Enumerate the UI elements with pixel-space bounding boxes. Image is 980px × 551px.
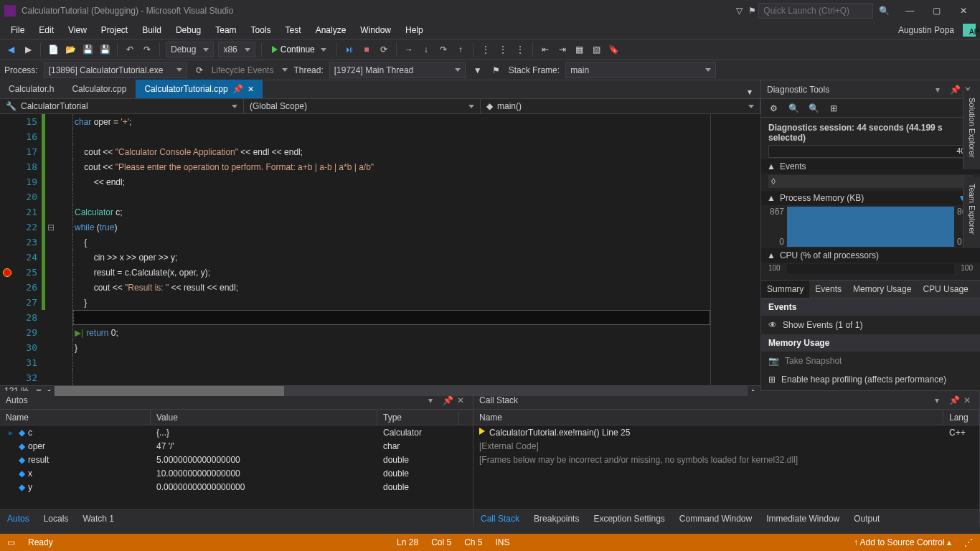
code-editor[interactable]: 15 16 17 18 19 20 21 22 ⊟ 23 24 25 26 27…	[0, 114, 760, 385]
quick-launch[interactable]: 🔍	[758, 3, 890, 19]
save-all-icon[interactable]: 💾	[98, 43, 111, 56]
save-icon[interactable]: 💾	[81, 43, 94, 56]
show-next-stmt-icon[interactable]: →	[402, 43, 415, 56]
status-ch[interactable]: Ch 5	[464, 537, 482, 547]
minimize-button[interactable]: —	[897, 6, 922, 16]
nav-fwd-icon[interactable]: ▶	[22, 43, 34, 56]
autos-tab-autos[interactable]: Autos	[0, 511, 37, 527]
restart-icon[interactable]: ⟳	[377, 43, 390, 56]
code-line[interactable]: }	[72, 340, 710, 355]
notifications-icon[interactable]: ▽	[732, 4, 745, 17]
tab-calculatortutorial-cpp[interactable]: CalculatorTutorial.cpp 📌 ✕	[136, 80, 263, 98]
menu-team[interactable]: Team	[209, 23, 242, 37]
menu-file[interactable]: File	[4, 23, 31, 37]
timeline-ruler[interactable]: 40s	[768, 145, 973, 158]
nav-back-icon[interactable]: ◀	[4, 43, 17, 56]
close-button[interactable]: ✕	[951, 6, 976, 16]
bottom-tab-exception-settings[interactable]: Exception Settings	[586, 511, 672, 527]
tool-icon-3[interactable]: ⋮	[514, 43, 527, 56]
callstack-row[interactable]: [Frames below may be incorrect and/or mi…	[473, 453, 979, 466]
diag-zoomin-icon[interactable]: 🔍	[787, 102, 800, 115]
step-over-icon[interactable]: ↷	[437, 43, 450, 56]
diag-settings-icon[interactable]: ⚙	[767, 102, 780, 115]
user-avatar[interactable]: AP	[963, 24, 976, 37]
menu-test[interactable]: Test	[279, 23, 308, 37]
uncomment-icon[interactable]: ▧	[590, 43, 603, 56]
breakpoint-icon[interactable]	[3, 268, 11, 277]
diag-events-header[interactable]: ▲ Events	[761, 159, 980, 174]
menu-project[interactable]: Project	[95, 23, 134, 37]
pin-icon[interactable]: 📌	[232, 84, 243, 94]
code-line[interactable]	[72, 189, 710, 204]
diag-tab-summary[interactable]: Summary	[761, 281, 809, 298]
memory-graph[interactable]	[787, 207, 954, 247]
enable-heap-link[interactable]: ⊞ Enable heap profiling (affects perform…	[761, 370, 980, 389]
panel-dropdown-icon[interactable]: ▾	[936, 85, 946, 95]
stop-icon[interactable]: ■	[360, 43, 373, 56]
status-ln[interactable]: Ln 28	[397, 537, 418, 547]
diag-tab-cpu[interactable]: CPU Usage	[917, 281, 974, 298]
platform-dropdown[interactable]: x86	[218, 42, 255, 57]
vtab-team-explorer[interactable]: Team Explorer	[966, 176, 979, 242]
code-line[interactable]: }	[72, 295, 710, 310]
scope-project[interactable]: 🔧 CalculatorTutorial	[0, 99, 244, 113]
close-tab-icon[interactable]: ✕	[248, 85, 254, 94]
autos-row[interactable]: ◆ result 5.0000000000000000 double	[0, 453, 473, 466]
feedback-icon[interactable]: ⚑	[745, 4, 758, 17]
callstack-col-lang[interactable]: Lang	[943, 410, 979, 425]
lifecycle-icon[interactable]: ⟳	[193, 64, 206, 77]
maximize-button[interactable]: ▢	[925, 6, 949, 16]
vtab-solution-explorer[interactable]: Solution Explorer	[966, 90, 979, 165]
autos-tab-locals[interactable]: Locals	[37, 511, 76, 527]
autos-pin-icon[interactable]: 📌	[443, 395, 453, 405]
callstack-pin-icon[interactable]: 📌	[949, 395, 959, 405]
code-line[interactable]: {	[72, 235, 710, 250]
status-source-control[interactable]: ↑ Add to Source Control ▴	[854, 537, 951, 547]
stackframe-dropdown[interactable]: main	[565, 62, 716, 78]
code-line[interactable]: cout << "Calculator Console Application"…	[72, 144, 710, 159]
scope-global[interactable]: (Global Scope)	[244, 99, 481, 113]
code-line[interactable]	[72, 129, 710, 144]
autos-col-value[interactable]: Value	[151, 410, 377, 425]
callstack-col-name[interactable]: Name	[473, 410, 943, 425]
menu-build[interactable]: Build	[136, 23, 168, 37]
diag-cpu-header[interactable]: ▲ CPU (% of all processors)	[761, 248, 980, 263]
take-snapshot-link[interactable]: 📷 Take Snapshot	[761, 352, 980, 370]
break-all-icon[interactable]: ⏯	[343, 43, 356, 56]
menu-debug[interactable]: Debug	[169, 23, 207, 37]
redo-icon[interactable]: ↷	[141, 43, 154, 56]
show-events-link[interactable]: 👁 Show Events (1 of 1)	[761, 316, 980, 334]
indent-less-icon[interactable]: ⇤	[539, 43, 552, 56]
menu-window[interactable]: Window	[354, 23, 397, 37]
callstack-row[interactable]: [External Code]	[473, 439, 979, 453]
tool-icon-2[interactable]: ⋮	[496, 43, 509, 56]
code-line[interactable]: cin >> x >> oper >> y;	[72, 250, 710, 265]
autos-row[interactable]: ▸◆ c {...} Calculator	[0, 425, 473, 439]
code-line[interactable]: Calculator c;	[72, 204, 710, 220]
menu-edit[interactable]: Edit	[32, 23, 60, 37]
diag-reset-icon[interactable]: ⊞	[827, 102, 840, 115]
bookmark-icon[interactable]: 🔖	[608, 43, 621, 56]
step-out-icon[interactable]: ↑	[454, 43, 467, 56]
lifecycle-label[interactable]: Lifecycle Events	[212, 65, 274, 75]
continue-button[interactable]: Continue	[268, 43, 331, 56]
autos-row[interactable]: ◆ x 10.000000000000000 double	[0, 466, 473, 480]
flag-icon[interactable]: ⚑	[490, 64, 503, 77]
diag-memory-header[interactable]: ▲ Process Memory (KB) ▼ ●	[761, 191, 980, 205]
autos-col-type[interactable]: Type	[377, 410, 459, 425]
search-icon[interactable]: 🔍	[877, 4, 890, 17]
autos-dropdown-icon[interactable]: ▾	[428, 395, 438, 405]
step-into-icon[interactable]: ↓	[420, 43, 433, 56]
autos-tab-watch-1[interactable]: Watch 1	[75, 511, 121, 527]
panel-pin-icon[interactable]: 📌	[950, 85, 960, 95]
autos-col-name[interactable]: Name	[0, 410, 151, 425]
undo-icon[interactable]: ↶	[123, 43, 136, 56]
code-line[interactable]: ▶| return 0;	[72, 325, 710, 340]
thread-dropdown[interactable]: [19724] Main Thread	[329, 62, 466, 78]
menu-help[interactable]: Help	[399, 23, 430, 37]
callstack-row[interactable]: CalculatorTutorial.exe!main() Line 25 C+…	[473, 425, 979, 439]
bottom-tab-output[interactable]: Output	[847, 511, 887, 527]
new-project-icon[interactable]: 📄	[47, 43, 60, 56]
tab-calculator-cpp[interactable]: Calculator.cpp	[63, 80, 136, 98]
status-ins[interactable]: INS	[496, 537, 510, 547]
